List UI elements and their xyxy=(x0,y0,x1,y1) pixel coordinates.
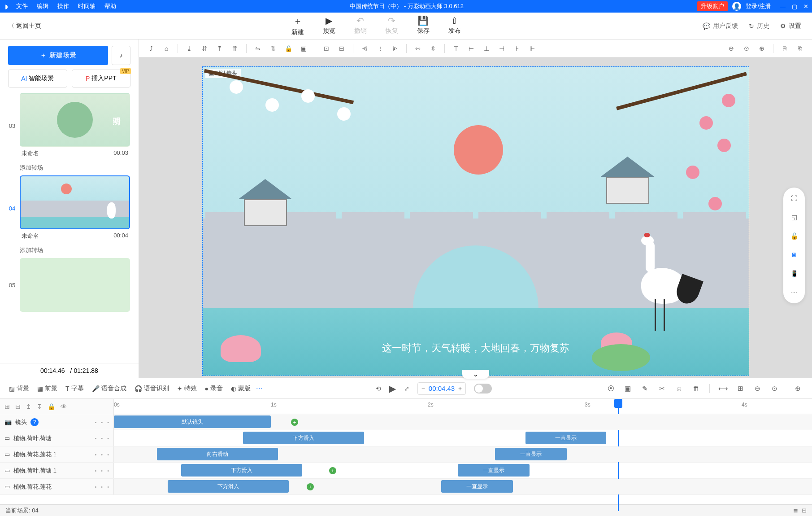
timeline-clip[interactable]: 向右滑动 xyxy=(157,448,278,460)
timeline-clip[interactable]: 默认镜头 xyxy=(114,415,271,428)
scene-thumbnail[interactable]: 清明 xyxy=(20,93,130,147)
track-timeline[interactable]: 默认镜头+ xyxy=(114,414,812,430)
toolbar-保存-button[interactable]: 💾保存 xyxy=(417,15,430,36)
keyframe[interactable]: + xyxy=(291,419,298,426)
track-dot-icon[interactable]: • xyxy=(95,420,96,425)
distribute-h-icon[interactable]: ⇿ xyxy=(412,43,424,54)
mobile-icon[interactable]: 📱 xyxy=(789,268,799,279)
fit-icon[interactable]: ◱ xyxy=(789,212,799,223)
timeline-clip[interactable]: 下方滑入 xyxy=(168,480,289,493)
maximize-button[interactable]: ▢ xyxy=(792,3,797,10)
track-dot-icon[interactable]: • xyxy=(101,468,103,473)
trash-icon[interactable]: 🗑 xyxy=(690,383,701,394)
timeline-clip[interactable]: 一直显示 xyxy=(458,464,530,477)
unlock-icon[interactable]: 🔓 xyxy=(789,231,799,241)
history-button[interactable]: ↻历史 xyxy=(749,22,769,30)
track-dot-icon[interactable]: • xyxy=(107,420,109,425)
align-bottom-icon[interactable]: ⤒ xyxy=(214,43,226,54)
play-button[interactable]: ▶ xyxy=(389,383,396,394)
path-tool-icon[interactable]: ⤴ xyxy=(145,43,157,54)
timeline-clip[interactable]: 下方滑入 xyxy=(243,432,364,444)
canvas-stage[interactable]: ▣默认镜头 xyxy=(202,66,749,376)
close-button[interactable]: ✕ xyxy=(803,3,808,10)
valign-mid-icon[interactable]: ⊢ xyxy=(465,43,477,54)
add-transition-04[interactable]: 添加转场 xyxy=(6,245,132,258)
camera-tool-icon[interactable]: ▣ xyxy=(622,383,633,394)
halign-left-icon[interactable]: ⊣ xyxy=(496,43,508,54)
track-label[interactable]: ▭植物,荷叶,荷塘 1••• xyxy=(0,463,114,478)
scene-thumbnail[interactable] xyxy=(20,175,130,229)
feedback-button[interactable]: 💬用户反馈 xyxy=(703,22,738,30)
paste-icon[interactable]: ⎗ xyxy=(794,43,806,54)
timeline-tab-蒙版[interactable]: ◐蒙版 xyxy=(231,385,251,393)
desktop-icon[interactable]: 🖥 xyxy=(789,249,799,260)
track-label[interactable]: ▭植物,荷花,莲花••• xyxy=(0,479,114,494)
track-label[interactable]: ▭植物,荷花,莲花 1••• xyxy=(0,446,114,462)
track-label[interactable]: 📷镜头?••• xyxy=(0,414,114,430)
align-center-icon[interactable]: ⫶ xyxy=(374,43,386,54)
align-left-icon[interactable]: ⫷ xyxy=(359,43,370,54)
minimize-button[interactable]: — xyxy=(780,3,786,10)
collapse-icon[interactable]: ⊟ xyxy=(802,507,807,514)
snap-icon[interactable]: ⊞ xyxy=(735,383,746,394)
timeline-ruler[interactable]: 0s1s2s3s4s xyxy=(114,399,812,414)
toolbar-新建-button[interactable]: ＋新建 xyxy=(291,15,304,36)
add-transition-03[interactable]: 添加转场 xyxy=(6,162,132,175)
more-icon[interactable]: ⋯ xyxy=(789,287,799,298)
align-right-icon[interactable]: ⫸ xyxy=(389,43,401,54)
loop-toggle[interactable] xyxy=(474,384,492,394)
back-home-button[interactable]: 〈 返回主页 xyxy=(0,22,49,30)
distribute-v-icon[interactable]: ⇳ xyxy=(427,43,439,54)
more-options-button[interactable]: ⋯ xyxy=(256,385,262,392)
timeline-tab-特效[interactable]: ✦特效 xyxy=(177,385,197,393)
track-folder-icon[interactable]: ⊟ xyxy=(15,403,21,410)
layers-icon[interactable]: ≣ xyxy=(793,507,798,514)
zoom-in-icon[interactable]: ⊕ xyxy=(756,43,768,54)
track-dot-icon[interactable]: • xyxy=(107,468,109,473)
send-back-icon[interactable]: ↧ xyxy=(37,403,42,410)
track-dot-icon[interactable]: • xyxy=(101,452,103,457)
range-icon[interactable]: ⟷ xyxy=(718,383,729,394)
track-dot-icon[interactable]: • xyxy=(95,484,96,490)
track-dot-icon[interactable]: • xyxy=(107,452,109,457)
marker-icon[interactable]: ⦿ xyxy=(605,383,616,394)
align-top-icon[interactable]: ⤓ xyxy=(183,43,195,54)
insert-ppt-button[interactable]: P插入PPTVIP xyxy=(72,70,131,87)
track-timeline[interactable]: 下方滑入一直显示 xyxy=(114,430,812,446)
home-icon[interactable]: ⌂ xyxy=(161,43,172,54)
help-icon[interactable]: ? xyxy=(30,418,39,426)
timeline-tab-录音[interactable]: ●录音 xyxy=(205,385,223,393)
new-scene-button[interactable]: ＋新建场景 xyxy=(8,46,108,65)
track-dot-icon[interactable]: • xyxy=(107,484,109,490)
group-icon[interactable]: ⊡ xyxy=(321,43,332,54)
menu-help[interactable]: 帮助 xyxy=(104,2,116,10)
track-dot-icon[interactable]: • xyxy=(95,452,96,457)
track-dot-icon[interactable]: • xyxy=(95,468,96,473)
align-vcenter-icon[interactable]: ⇵ xyxy=(199,43,210,54)
timeline-tab-背景[interactable]: ▨背景 xyxy=(9,385,29,393)
halign-center-icon[interactable]: ⊦ xyxy=(511,43,523,54)
distribute-icon[interactable]: ⇈ xyxy=(229,43,241,54)
keyframe[interactable]: + xyxy=(329,467,336,474)
timeline-tab-语音合成[interactable]: 🎤语音合成 xyxy=(92,385,126,393)
menu-file[interactable]: 文件 xyxy=(16,2,28,10)
timeline-tab-前景[interactable]: ▦前景 xyxy=(37,385,57,393)
flip-v-icon[interactable]: ⇅ xyxy=(267,43,279,54)
toolbar-发布-button[interactable]: ⇧发布 xyxy=(448,15,461,36)
valign-top-icon[interactable]: ⊤ xyxy=(450,43,462,54)
login-register-link[interactable]: 登录/注册 xyxy=(746,2,771,10)
bring-front-icon[interactable]: ↥ xyxy=(26,403,31,410)
timeline-clip[interactable]: 一直显示 xyxy=(441,480,513,493)
scene-item-04[interactable]: 04 未命名 00:04 xyxy=(6,175,132,241)
track-dot-icon[interactable]: • xyxy=(101,420,103,425)
toolbar-预览-button[interactable]: ▶预览 xyxy=(323,15,335,36)
zoom-out-icon[interactable]: ⊖ xyxy=(725,43,737,54)
time-minus-button[interactable]: − xyxy=(418,383,429,394)
scene-item-05[interactable]: 05 xyxy=(6,258,132,312)
flip-h-icon[interactable]: ⇋ xyxy=(252,43,264,54)
timeline-clip[interactable]: 一直显示 xyxy=(495,448,567,460)
timeline-clip[interactable]: 一直显示 xyxy=(525,432,606,444)
cut-icon[interactable]: ✂ xyxy=(656,383,667,394)
track-visibility-icon[interactable]: 👁 xyxy=(61,403,67,410)
copy-icon[interactable]: ⎘ xyxy=(779,43,790,54)
